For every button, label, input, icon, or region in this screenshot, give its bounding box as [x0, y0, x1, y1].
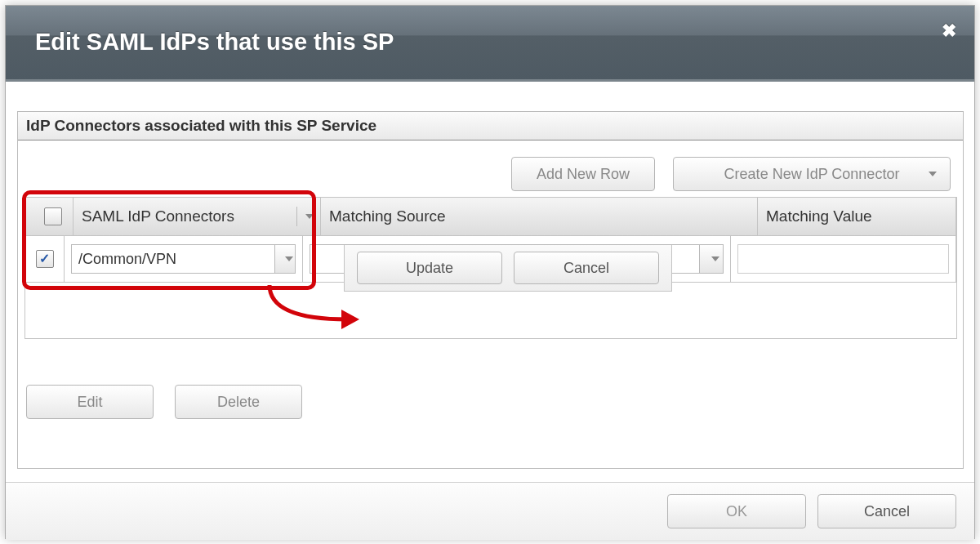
create-new-idp-connector-button[interactable]: Create New IdP Connector	[673, 157, 951, 191]
ok-button[interactable]: OK	[667, 494, 806, 528]
update-button-label: Update	[406, 260, 453, 277]
row-cancel-button[interactable]: Cancel	[514, 252, 659, 284]
header-col-connectors-label: SAML IdP Connectors	[82, 207, 234, 225]
header-col-source[interactable]: Matching Source	[321, 198, 758, 235]
dialog-title: Edit SAML IdPs that use this SP	[6, 6, 974, 56]
add-new-row-label: Add New Row	[537, 166, 630, 183]
delete-button[interactable]: Delete	[175, 385, 302, 419]
value-input[interactable]	[738, 251, 948, 268]
chevron-down-icon	[929, 172, 937, 176]
connector-dropdown-button[interactable]	[274, 245, 295, 273]
main-panel: IdP Connectors associated with this SP S…	[17, 111, 964, 469]
header-checkbox-col[interactable]	[25, 198, 74, 235]
row-checkbox-cell	[25, 236, 65, 282]
dialog-footer: OK Cancel	[6, 482, 974, 540]
row-value-cell	[731, 236, 956, 282]
ok-button-label: OK	[726, 503, 747, 520]
row-connector-cell	[65, 236, 303, 282]
grid-header: SAML IdP Connectors Matching Source Matc…	[25, 198, 956, 236]
header-col-source-label: Matching Source	[329, 207, 446, 225]
edit-saml-idp-dialog: Edit SAML IdPs that use this SP ✖ IdP Co…	[5, 5, 975, 539]
row-checkbox[interactable]	[36, 250, 54, 268]
titlebar: Edit SAML IdPs that use this SP ✖	[6, 6, 974, 82]
connector-combobox[interactable]	[71, 244, 296, 274]
row-action-bar: Update Cancel	[344, 245, 672, 292]
add-new-row-button[interactable]: Add New Row	[511, 157, 655, 191]
header-col-value[interactable]: Matching Value	[758, 198, 956, 235]
create-new-idp-connector-label: Create New IdP Connector	[724, 166, 900, 183]
close-icon[interactable]: ✖	[942, 20, 956, 42]
connector-input[interactable]	[72, 251, 274, 268]
section-header: IdP Connectors associated with this SP S…	[18, 112, 963, 140]
update-button[interactable]: Update	[357, 252, 502, 284]
idp-connector-grid: SAML IdP Connectors Matching Source Matc…	[24, 197, 957, 339]
column-menu-icon[interactable]	[296, 207, 314, 226]
row-cancel-button-label: Cancel	[564, 260, 609, 277]
cancel-button-label: Cancel	[864, 503, 910, 520]
toolbar: Add New Row Create New IdP Connector	[18, 140, 963, 196]
content-area: IdP Connectors associated with this SP S…	[6, 82, 974, 482]
header-col-connectors[interactable]: SAML IdP Connectors	[74, 198, 321, 235]
chevron-down-icon	[711, 256, 719, 261]
delete-button-label: Delete	[217, 394, 260, 411]
lower-action-buttons: Edit Delete	[26, 385, 302, 419]
edit-button[interactable]: Edit	[26, 385, 154, 419]
source-dropdown-button[interactable]	[699, 245, 723, 273]
cancel-button[interactable]: Cancel	[817, 494, 956, 528]
edit-button-label: Edit	[77, 394, 102, 411]
header-col-value-label: Matching Value	[766, 207, 872, 225]
chevron-down-icon	[285, 256, 293, 261]
header-checkbox[interactable]	[44, 207, 62, 225]
value-field[interactable]	[737, 244, 949, 274]
